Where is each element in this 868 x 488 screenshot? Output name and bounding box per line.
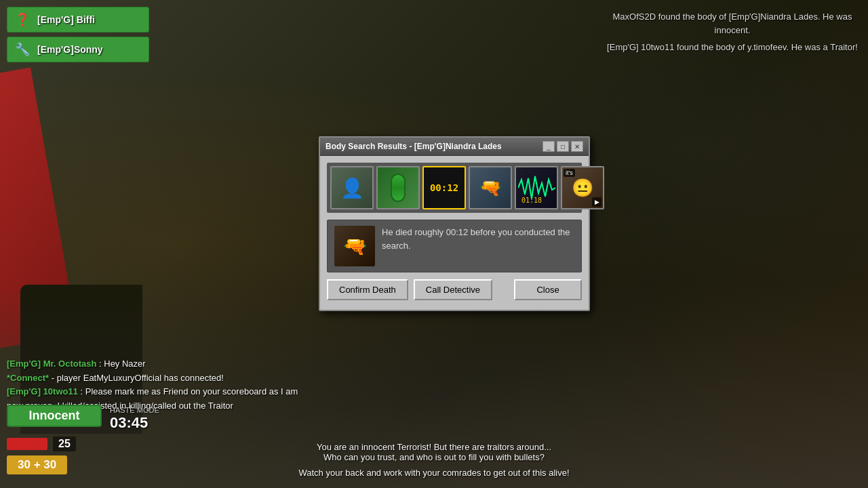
wave-svg: 01:18 — [518, 173, 555, 203]
face-display: 😐 it's ▶ — [562, 167, 603, 208]
evidence-strip: 👤 00:12 🔫 — [327, 163, 582, 213]
minimize-button[interactable]: _ — [542, 141, 555, 152]
evidence-role[interactable] — [376, 166, 420, 209]
its-badge: it's — [564, 169, 575, 177]
maximize-button[interactable]: □ — [557, 141, 569, 152]
modal-overlay: Body Search Results - [Emp'G]Niandra Lad… — [0, 0, 868, 488]
timer-display: 00:12 — [424, 167, 465, 208]
evidence-weapon[interactable]: 🔫 — [469, 166, 512, 209]
confirm-death-button[interactable]: Confirm Death — [327, 279, 408, 300]
modal-body: 👤 00:12 🔫 — [320, 156, 589, 310]
modal-title: Body Search Results - [Emp'G]Niandra Lad… — [326, 142, 502, 151]
modal-controls: _ □ ✕ — [542, 141, 583, 152]
play-button[interactable]: ▶ — [592, 197, 601, 207]
wave-display: 01:18 — [516, 167, 557, 208]
call-detective-button[interactable]: Call Detective — [414, 279, 492, 300]
evidence-avatar[interactable]: 👤 — [330, 166, 374, 209]
close-x-button[interactable]: ✕ — [571, 141, 583, 152]
death-icon: 🔫 — [334, 226, 375, 266]
weapon-display: 🔫 — [470, 167, 511, 208]
body-search-modal: Body Search Results - [Emp'G]Niandra Lad… — [319, 136, 590, 311]
death-text: He died roughly 00:12 before you conduct… — [382, 226, 574, 252]
avatar-display: 👤 — [332, 167, 372, 208]
role-pill — [378, 167, 418, 208]
timer-value: 00:12 — [430, 182, 458, 193]
death-description-box: 🔫 He died roughly 00:12 before you condu… — [327, 220, 582, 272]
pill-shape — [391, 174, 406, 202]
modal-titlebar: Body Search Results - [Emp'G]Niandra Lad… — [320, 138, 589, 156]
close-button[interactable]: Close — [514, 279, 582, 300]
evidence-timer[interactable]: 00:12 — [422, 166, 466, 209]
svg-text:01:18: 01:18 — [521, 197, 542, 203]
evidence-face[interactable]: 😐 it's ▶ — [561, 166, 604, 209]
evidence-wave[interactable]: 01:18 — [515, 166, 558, 209]
modal-buttons: Confirm Death Call Detective Close — [327, 279, 582, 303]
